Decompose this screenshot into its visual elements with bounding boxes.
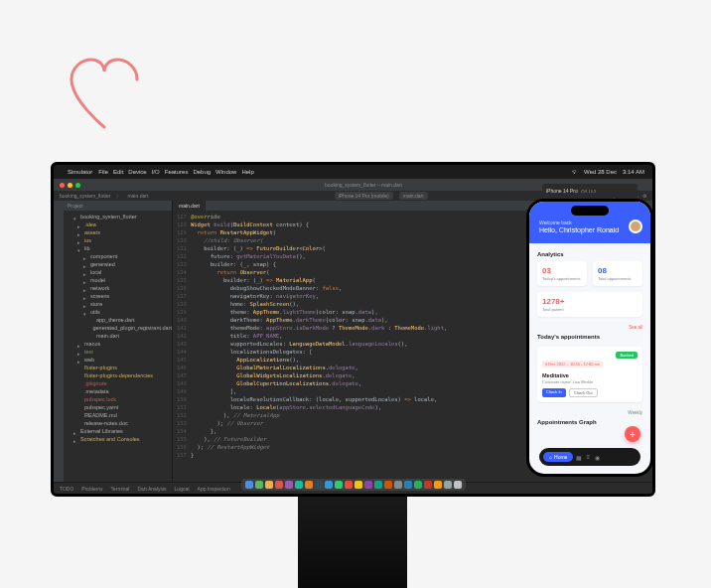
- bottom-tab[interactable]: TODO: [60, 486, 73, 492]
- tree-node[interactable]: External Libraries: [64, 427, 172, 435]
- folder-arrow-icon[interactable]: [77, 230, 82, 235]
- code-content[interactable]: @overrideWidget build(BuildContext conte…: [191, 213, 447, 459]
- tree-node[interactable]: lib: [64, 244, 172, 252]
- tree-node[interactable]: ios: [64, 236, 172, 244]
- breadcrumb-file[interactable]: main.dart: [127, 193, 148, 199]
- tree-node[interactable]: release-notes.doc: [64, 419, 172, 427]
- menubar-item[interactable]: File: [98, 169, 108, 175]
- checkin-button[interactable]: Check In: [542, 388, 566, 397]
- folder-arrow-icon[interactable]: [73, 429, 78, 434]
- folder-arrow-icon[interactable]: [77, 222, 82, 227]
- stat-card-today[interactable]: 03 Today's appointments: [537, 261, 587, 286]
- folder-arrow-icon[interactable]: [83, 310, 88, 315]
- tree-node[interactable]: model: [64, 276, 172, 284]
- dock-app-icon[interactable]: [265, 481, 273, 489]
- tree-node[interactable]: flutter-plugins-dependencies: [64, 371, 172, 379]
- folder-arrow-icon[interactable]: [83, 286, 88, 291]
- nav-calendar-icon[interactable]: ▦: [576, 454, 582, 460]
- menubar-item[interactable]: Edit: [113, 169, 123, 175]
- menubar-item[interactable]: Window: [215, 169, 236, 175]
- avatar[interactable]: [629, 220, 642, 233]
- tree-node[interactable]: .metadata: [64, 387, 172, 395]
- minimize-icon[interactable]: [68, 183, 72, 188]
- folder-arrow-icon[interactable]: [83, 302, 88, 307]
- dock-app-icon[interactable]: [374, 481, 382, 489]
- dock-app-icon[interactable]: [285, 481, 293, 489]
- project-panel-header[interactable]: Project: [64, 201, 172, 211]
- folder-arrow-icon[interactable]: [73, 215, 78, 220]
- traffic-lights[interactable]: [60, 183, 80, 188]
- dock-app-icon[interactable]: [414, 481, 422, 489]
- tree-node[interactable]: screens: [64, 292, 172, 300]
- checkout-button[interactable]: Check Out: [569, 388, 598, 397]
- nav-list-icon[interactable]: ≡: [585, 454, 591, 460]
- folder-arrow-icon[interactable]: [83, 294, 88, 299]
- dock-app-icon[interactable]: [335, 481, 343, 489]
- bottom-tab[interactable]: Problems: [81, 486, 102, 492]
- tree-node[interactable]: test: [64, 348, 172, 356]
- mac-dock[interactable]: [241, 479, 466, 491]
- nav-home[interactable]: ⌂ Home: [543, 452, 573, 462]
- see-all-link[interactable]: See all: [629, 325, 642, 330]
- bottom-tab[interactable]: App Inspection: [198, 486, 230, 492]
- appointment-card[interactable]: 9 Dec 2022 – 10:45 - 12:00 am Booked Med…: [537, 347, 642, 402]
- dock-app-icon[interactable]: [255, 481, 263, 489]
- settings-icon[interactable]: ⚙: [642, 193, 646, 199]
- tree-node[interactable]: .gitignore: [64, 379, 172, 387]
- folder-arrow-icon[interactable]: [83, 278, 88, 283]
- tree-node[interactable]: web: [64, 356, 172, 364]
- dock-app-icon[interactable]: [404, 481, 412, 489]
- dock-app-icon[interactable]: [315, 481, 323, 489]
- bottom-tab[interactable]: Dart Analysis: [137, 486, 166, 492]
- tree-node[interactable]: booking_system_flutter: [64, 213, 172, 220]
- editor-tab-active[interactable]: main.dart: [173, 201, 206, 211]
- folder-arrow-icon[interactable]: [83, 262, 88, 267]
- tree-node[interactable]: pubspec.lock: [64, 395, 172, 403]
- phone-screen[interactable]: Welcome back Hello, Christopher Ronald A…: [529, 202, 650, 474]
- tree-node[interactable]: generated_plugin_registrant.dart: [64, 324, 172, 332]
- tree-node[interactable]: main.dart: [64, 332, 172, 340]
- dock-app-icon[interactable]: [275, 481, 283, 489]
- tree-node[interactable]: local: [64, 268, 172, 276]
- tree-node[interactable]: README.md: [64, 411, 172, 419]
- tree-node[interactable]: generated: [64, 260, 172, 268]
- folder-arrow-icon[interactable]: [73, 437, 78, 442]
- run-config-dropdown[interactable]: iPhone 14 Pro (mobile): [335, 192, 393, 200]
- close-icon[interactable]: [60, 183, 65, 188]
- dock-app-icon[interactable]: [394, 481, 402, 489]
- tree-node[interactable]: network: [64, 284, 172, 292]
- folder-arrow-icon[interactable]: [77, 342, 82, 347]
- menubar-wifi-icon[interactable]: ᯤ: [572, 169, 578, 175]
- tree-node[interactable]: flutter-plugins: [64, 364, 172, 371]
- dock-app-icon[interactable]: [434, 481, 442, 489]
- tree-node[interactable]: app_theme.dart: [64, 316, 172, 324]
- menubar-app[interactable]: Simulator: [68, 169, 92, 175]
- menubar-item[interactable]: Features: [165, 169, 189, 175]
- tree-node[interactable]: pubspec.yaml: [64, 403, 172, 411]
- folder-arrow-icon[interactable]: [77, 246, 82, 251]
- dock-app-icon[interactable]: [295, 481, 303, 489]
- folder-arrow-icon[interactable]: [77, 350, 82, 355]
- dock-app-icon[interactable]: [305, 481, 313, 489]
- folder-arrow-icon[interactable]: [77, 238, 82, 243]
- dock-app-icon[interactable]: [325, 481, 333, 489]
- dock-app-icon[interactable]: [454, 481, 462, 489]
- stat-card-total-appts[interactable]: 08 Total appointments: [593, 261, 642, 286]
- menubar-item[interactable]: Debug: [193, 169, 211, 175]
- tool-gutter-left[interactable]: [54, 201, 64, 482]
- menubar-item[interactable]: I/O: [152, 169, 160, 175]
- folder-arrow-icon[interactable]: [77, 358, 82, 363]
- tree-node[interactable]: component: [64, 252, 172, 260]
- dock-app-icon[interactable]: [364, 481, 372, 489]
- stat-card-patients[interactable]: 1278+ Total patient: [537, 292, 642, 317]
- dock-app-icon[interactable]: [345, 481, 353, 489]
- tree-node[interactable]: .idea: [64, 220, 172, 228]
- tree-node[interactable]: utils: [64, 308, 172, 316]
- tree-node[interactable]: macos: [64, 340, 172, 348]
- dock-app-icon[interactable]: [355, 481, 362, 489]
- nav-profile-icon[interactable]: ◉: [594, 454, 600, 460]
- tree-node[interactable]: store: [64, 300, 172, 308]
- dock-app-icon[interactable]: [444, 481, 452, 489]
- run-target[interactable]: main.dart: [399, 192, 428, 200]
- dock-app-icon[interactable]: [245, 481, 253, 489]
